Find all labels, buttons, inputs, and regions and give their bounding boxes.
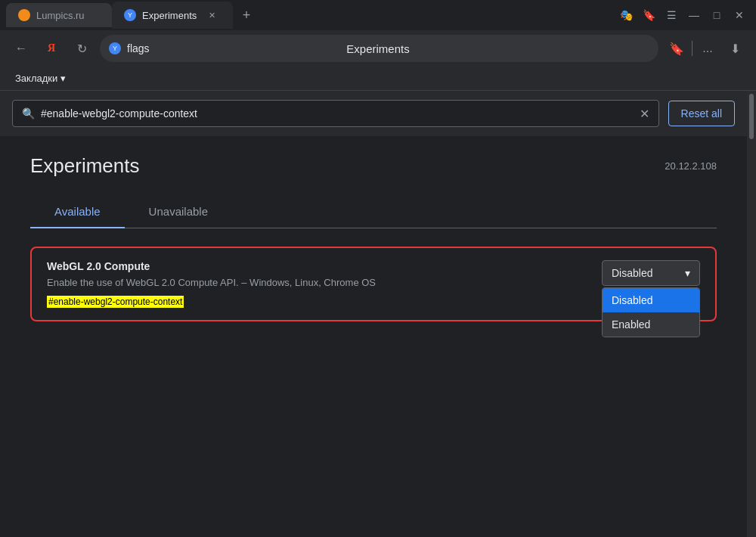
- nav-bar: ← Я ↻ Y flags Experiments 🔖 ... ⬇: [0, 30, 756, 67]
- maximize-button[interactable]: □: [706, 5, 727, 26]
- tab-lumpics[interactable]: Lumpics.ru: [6, 3, 112, 27]
- tab-close-button[interactable]: ✕: [206, 9, 218, 21]
- experiments-content: Experiments 20.12.2.108 Available Unavai…: [0, 136, 747, 352]
- bookmarks-icon[interactable]: 🔖: [638, 5, 659, 26]
- yandex-button[interactable]: Я: [39, 36, 64, 61]
- nav-divider: [692, 41, 692, 56]
- scrollbar-thumb[interactable]: [749, 94, 754, 139]
- tab-experiments[interactable]: Y Experiments ✕: [112, 2, 233, 29]
- tab-available[interactable]: Available: [30, 196, 125, 228]
- browser-actions: 🎭 🔖 ☰ — □ ✕: [615, 5, 750, 26]
- main-content: 🔍 #enable-webgl2-compute-context ✕ Reset…: [0, 91, 756, 537]
- flag-selected-value: Disabled: [612, 267, 652, 279]
- bookmarks-bar: Закладки ▾: [0, 67, 756, 91]
- extensions-icon[interactable]: 🎭: [615, 5, 637, 26]
- tab-favicon-lumpics: [18, 9, 30, 21]
- flag-description: Enable the use of WebGL 2.0 Compute API.…: [47, 277, 590, 288]
- search-icon: 🔍: [22, 107, 35, 120]
- search-container[interactable]: 🔍 #enable-webgl2-compute-context ✕: [12, 100, 659, 127]
- search-input[interactable]: #enable-webgl2-compute-context: [41, 107, 634, 120]
- search-clear-button[interactable]: ✕: [640, 107, 649, 121]
- scrollbar[interactable]: [747, 91, 756, 537]
- address-favicon: Y: [109, 42, 121, 54]
- address-text: flags: [127, 42, 150, 54]
- page-title: Experiments: [333, 42, 423, 55]
- nav-right-actions: 🔖 ... ⬇: [665, 36, 747, 61]
- flag-item-webgl2: WebGL 2.0 Compute Enable the use of WebG…: [30, 247, 717, 321]
- tab-bar: Lumpics.ru Y Experiments ✕ + 🎭 🔖 ☰ — □ ✕: [0, 0, 756, 30]
- reset-all-button[interactable]: Reset all: [668, 101, 735, 126]
- bookmarks-label: Закладки: [15, 73, 57, 84]
- content-area: 🔍 #enable-webgl2-compute-context ✕ Reset…: [0, 91, 747, 537]
- bookmarks-menu[interactable]: Закладки ▾: [9, 70, 72, 87]
- flag-control: Disabled ▾ Disabled Enabled: [602, 260, 700, 286]
- new-tab-button[interactable]: +: [236, 5, 257, 26]
- version-text: 20.12.2.108: [665, 160, 717, 172]
- dropdown-option-enabled[interactable]: Enabled: [603, 312, 699, 337]
- menu-icon[interactable]: ☰: [661, 5, 682, 26]
- flag-dropdown-options: Disabled Enabled: [602, 287, 700, 337]
- dropdown-chevron-icon: ▾: [685, 267, 690, 279]
- yandex-icon: Я: [48, 42, 55, 54]
- back-button[interactable]: ←: [9, 36, 33, 61]
- tab-lumpics-label: Lumpics.ru: [36, 10, 85, 21]
- nav-menu-button[interactable]: ...: [696, 36, 720, 61]
- experiments-header: Experiments 20.12.2.108: [30, 154, 717, 178]
- bookmark-page-button[interactable]: 🔖: [665, 36, 689, 61]
- flag-link[interactable]: #enable-webgl2-compute-context: [47, 296, 184, 308]
- close-window-button[interactable]: ✕: [729, 5, 750, 26]
- bookmarks-dropdown-icon: ▾: [60, 73, 66, 84]
- tab-experiments-label: Experiments: [142, 10, 197, 21]
- download-button[interactable]: ⬇: [723, 36, 747, 61]
- browser-chrome: Lumpics.ru Y Experiments ✕ + 🎭 🔖 ☰ — □ ✕…: [0, 0, 756, 91]
- dropdown-option-disabled[interactable]: Disabled: [603, 288, 699, 312]
- refresh-button[interactable]: ↻: [70, 36, 94, 61]
- flag-info: WebGL 2.0 Compute Enable the use of WebG…: [47, 260, 590, 308]
- flag-select-dropdown[interactable]: Disabled ▾: [602, 260, 700, 286]
- flag-name: WebGL 2.0 Compute: [47, 260, 590, 272]
- tab-favicon-experiments: Y: [124, 9, 136, 21]
- search-bar-area: 🔍 #enable-webgl2-compute-context ✕ Reset…: [0, 91, 747, 136]
- minimize-button[interactable]: —: [683, 5, 705, 26]
- tabs-container: Available Unavailable: [30, 196, 717, 228]
- experiments-title: Experiments: [30, 154, 140, 178]
- tab-unavailable[interactable]: Unavailable: [125, 196, 232, 228]
